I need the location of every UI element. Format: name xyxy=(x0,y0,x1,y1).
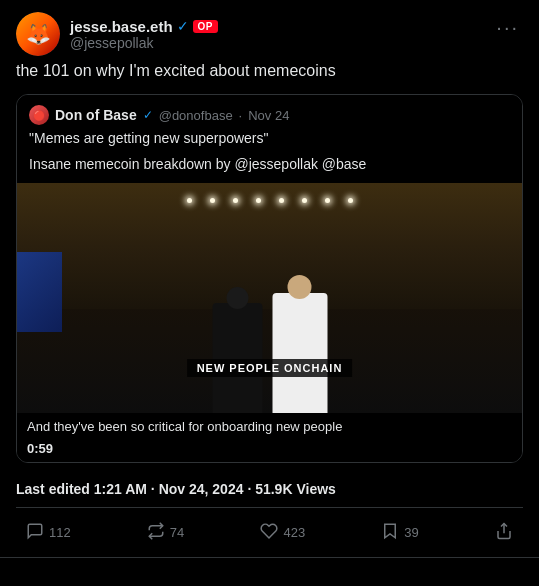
quoted-author-name: Don of Base xyxy=(55,107,137,123)
share-action[interactable] xyxy=(495,522,513,543)
video-duration: 0:59 xyxy=(27,441,53,456)
quoted-tweet[interactable]: 🔴 Don of Base ✓ @donofbase · Nov 24 "Mem… xyxy=(16,94,523,462)
video-subtitle: And they've been so critical for onboard… xyxy=(27,419,512,434)
avatar[interactable]: 🦊 xyxy=(16,12,60,56)
tweet-card: 🦊 jesse.base.eth ✓ OP @jessepollak ··· t… xyxy=(0,0,539,558)
views-count: 51.9K xyxy=(255,481,292,497)
retweet-count: 74 xyxy=(170,525,184,540)
tweet-text: the 101 on why I'm excited about memecoi… xyxy=(16,60,523,82)
quoted-header: 🔴 Don of Base ✓ @donofbase · Nov 24 xyxy=(29,105,510,125)
meta-separator2: · xyxy=(247,481,255,497)
quoted-tweet-inner: 🔴 Don of Base ✓ @donofbase · Nov 24 "Mem… xyxy=(17,95,522,174)
reply-count: 112 xyxy=(49,525,71,540)
light-5 xyxy=(279,198,284,203)
edited-label: Last edited xyxy=(16,481,90,497)
light-2 xyxy=(210,198,215,203)
ceiling-lights xyxy=(17,198,522,203)
svg-marker-0 xyxy=(385,524,396,538)
tweet-footer: Last edited 1:21 AM · Nov 24, 2024 · 51.… xyxy=(16,473,523,557)
author-name-row: jesse.base.eth ✓ OP xyxy=(70,18,218,35)
video-thumbnail: NEW PEOPLE ONCHAIN xyxy=(17,183,522,413)
video-container[interactable]: NEW PEOPLE ONCHAIN And they've been so c… xyxy=(17,183,522,462)
light-4 xyxy=(256,198,261,203)
quoted-verified-icon: ✓ xyxy=(143,108,153,122)
screen-overlay xyxy=(17,252,62,332)
light-6 xyxy=(302,198,307,203)
video-caption-banner: NEW PEOPLE ONCHAIN xyxy=(187,359,353,377)
op-badge: OP xyxy=(193,20,218,33)
meta-separator1: · xyxy=(151,481,159,497)
ceiling-area xyxy=(17,183,522,310)
tweet-header: 🦊 jesse.base.eth ✓ OP @jessepollak ··· xyxy=(16,12,523,56)
reply-icon xyxy=(26,522,44,543)
like-count: 423 xyxy=(283,525,305,540)
share-icon xyxy=(495,522,513,543)
light-3 xyxy=(233,198,238,203)
people-silhouettes xyxy=(212,293,327,413)
verified-icon: ✓ xyxy=(177,18,189,34)
quoted-avatar: 🔴 xyxy=(29,105,49,125)
light-8 xyxy=(348,198,353,203)
tweet-meta: Last edited 1:21 AM · Nov 24, 2024 · 51.… xyxy=(16,481,523,508)
author-info: jesse.base.eth ✓ OP @jessepollak xyxy=(70,18,218,51)
quoted-text-line2: Insane memecoin breakdown by @jessepolla… xyxy=(29,155,510,175)
author-section: 🦊 jesse.base.eth ✓ OP @jessepollak xyxy=(16,12,218,56)
like-icon xyxy=(260,522,278,543)
reply-action[interactable]: 112 xyxy=(26,522,71,543)
quoted-separator: · xyxy=(239,108,243,123)
meta-time: 1:21 AM xyxy=(94,481,147,497)
meta-date: Nov 24, 2024 xyxy=(159,481,244,497)
person1 xyxy=(212,303,262,413)
action-bar: 112 74 423 39 xyxy=(16,518,523,553)
author-handle[interactable]: @jessepollak xyxy=(70,35,218,51)
retweet-action[interactable]: 74 xyxy=(147,522,184,543)
video-scene: NEW PEOPLE ONCHAIN xyxy=(17,183,522,413)
bookmark-count: 39 xyxy=(404,525,418,540)
bookmark-action[interactable]: 39 xyxy=(381,522,418,543)
light-1 xyxy=(187,198,192,203)
person2 xyxy=(272,293,327,413)
retweet-icon xyxy=(147,522,165,543)
quoted-date: Nov 24 xyxy=(248,108,289,123)
author-name[interactable]: jesse.base.eth xyxy=(70,18,173,35)
like-action[interactable]: 423 xyxy=(260,522,305,543)
views-label: Views xyxy=(296,481,335,497)
quoted-text-line1: "Memes are getting new superpowers" xyxy=(29,129,510,149)
more-options-icon[interactable]: ··· xyxy=(492,12,523,43)
bookmark-icon xyxy=(381,522,399,543)
avatar-image: 🦊 xyxy=(16,12,60,56)
light-7 xyxy=(325,198,330,203)
quoted-author-handle: @donofbase xyxy=(159,108,233,123)
